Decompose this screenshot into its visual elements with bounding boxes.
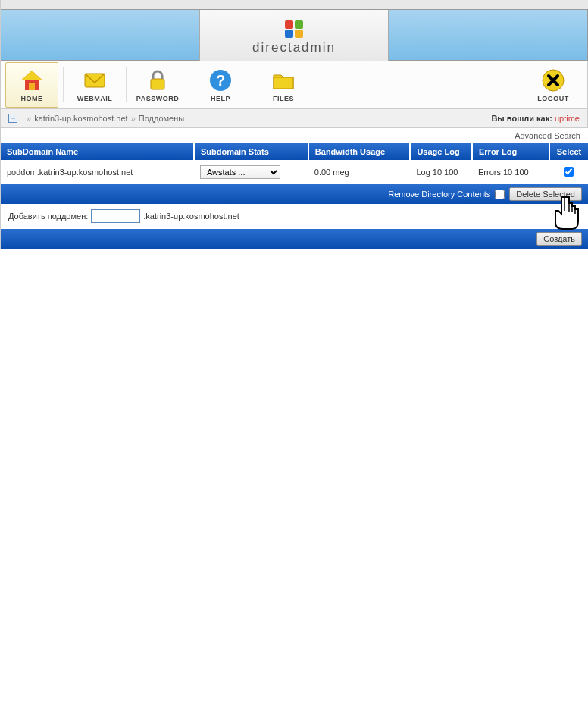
bandwidth-cell: 0.00 meg bbox=[308, 160, 411, 184]
error-log-cell[interactable]: Errors 10 100 bbox=[472, 160, 549, 184]
create-bar: Создать bbox=[1, 229, 588, 249]
row-select-checkbox[interactable] bbox=[564, 167, 574, 177]
toolbar: HOME WEBMAIL PASSWORD ? HELP bbox=[1, 61, 588, 109]
password-button[interactable]: PASSWORD bbox=[131, 62, 184, 108]
th-error[interactable]: Error Log bbox=[472, 143, 549, 160]
mail-icon bbox=[82, 67, 108, 93]
th-name[interactable]: SubDomain Name bbox=[1, 143, 194, 160]
lock-icon bbox=[145, 67, 170, 93]
files-button[interactable]: FILES bbox=[257, 62, 310, 108]
subdomain-name-cell[interactable]: poddom.katrin3-up.kosmohost.net bbox=[1, 160, 194, 184]
stats-cell: Awstats ... bbox=[194, 160, 308, 184]
home-icon bbox=[19, 67, 45, 93]
help-button[interactable]: ? HELP bbox=[194, 62, 247, 108]
th-bandwidth[interactable]: Bandwidth Usage bbox=[308, 143, 411, 160]
header: directadmin bbox=[1, 9, 588, 61]
breadcrumb: → » katrin3-up.kosmohost.net » Поддомены… bbox=[1, 109, 588, 128]
th-stats[interactable]: Subdomain Stats bbox=[194, 143, 308, 160]
svg-marker-6 bbox=[22, 71, 42, 80]
svg-rect-11 bbox=[274, 77, 293, 89]
nav-arrow-icon[interactable]: → bbox=[8, 114, 17, 123]
subdomain-input[interactable] bbox=[91, 209, 140, 223]
add-subdomain-bar: Добавить поддомен: .katrin3-up.kosmohost… bbox=[1, 204, 588, 229]
advanced-search-link[interactable]: Advanced Search bbox=[514, 131, 580, 140]
domain-suffix: .katrin3-up.kosmohost.net bbox=[143, 212, 239, 221]
svg-text:?: ? bbox=[216, 72, 225, 89]
files-icon bbox=[271, 67, 296, 93]
svg-rect-3 bbox=[295, 30, 303, 38]
subdomain-table: SubDomain Name Subdomain Stats Bandwidth… bbox=[1, 143, 588, 184]
logout-button[interactable]: LOGOUT bbox=[527, 62, 580, 108]
svg-rect-8 bbox=[151, 79, 164, 89]
th-select[interactable]: Select bbox=[549, 143, 588, 160]
table-row: poddom.katrin3-up.kosmohost.net Awstats … bbox=[1, 160, 588, 184]
add-label: Добавить поддомен: bbox=[8, 212, 88, 221]
th-usage[interactable]: Usage Log bbox=[410, 143, 472, 160]
remove-dir-checkbox[interactable] bbox=[495, 190, 505, 199]
svg-rect-2 bbox=[285, 30, 293, 38]
action-bar: Remove Directory Contents Delete Selecte… bbox=[1, 184, 588, 204]
brand-name: directadmin bbox=[252, 40, 336, 55]
help-icon: ? bbox=[208, 67, 233, 93]
webmail-button[interactable]: WEBMAIL bbox=[68, 62, 121, 108]
svg-rect-1 bbox=[295, 20, 303, 29]
usage-log-cell[interactable]: Log 10 100 bbox=[410, 160, 472, 184]
breadcrumb-domain[interactable]: katrin3-up.kosmohost.net bbox=[34, 114, 128, 123]
remove-dir-label: Remove Directory Contents bbox=[388, 190, 490, 199]
logo: directadmin bbox=[199, 10, 389, 61]
create-button[interactable]: Создать bbox=[536, 232, 582, 246]
delete-selected-button[interactable]: Delete Selected bbox=[509, 187, 582, 201]
logged-in-label: Вы вошли как: uptime bbox=[491, 114, 580, 123]
stats-select[interactable]: Awstats ... bbox=[200, 165, 280, 179]
directadmin-logo-icon bbox=[282, 19, 306, 39]
current-user[interactable]: uptime bbox=[555, 114, 580, 123]
breadcrumb-page[interactable]: Поддомены bbox=[139, 114, 184, 123]
svg-rect-0 bbox=[285, 20, 293, 29]
svg-rect-5 bbox=[29, 83, 35, 90]
logout-icon bbox=[540, 67, 566, 93]
home-button[interactable]: HOME bbox=[5, 62, 58, 108]
